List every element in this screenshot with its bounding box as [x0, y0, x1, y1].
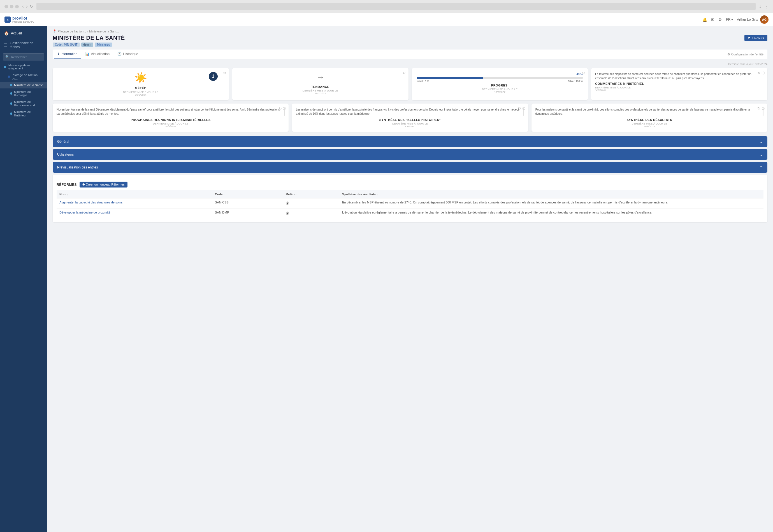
browser-dot-green	[15, 5, 19, 8]
my-assignments-label: Mes assignations uniquement	[8, 64, 43, 70]
menu-icon[interactable]: ⋮	[764, 4, 769, 9]
sidebar-item-economie[interactable]: Ministère de l'Économie et d...	[0, 99, 47, 109]
language-selector[interactable]: FR ▾	[726, 18, 733, 22]
back-button[interactable]: ‹	[22, 4, 24, 10]
card-progres-subtitle: DERNIÈRE MISE À JOUR LE	[482, 88, 517, 91]
address-bar[interactable]	[36, 3, 756, 10]
card-belles-inner: Les maisons de santé ont permis d'amélio…	[296, 107, 524, 116]
accordion-entites-header[interactable]: Prévisualisation des entités ⌃	[53, 162, 767, 173]
col-code-header[interactable]: Code ↕	[212, 190, 283, 198]
sidebar-item-economie-label: Ministère de l'Économie et d...	[14, 100, 43, 107]
accordion-utilisateurs-header[interactable]: Utilisateurs ⌄	[53, 149, 767, 160]
app-layout: 🏠 Accueil ☰ Gestionnaire de tâches 🔍 Mes…	[0, 26, 773, 532]
tab-historique-label: Historique	[123, 52, 138, 56]
config-link[interactable]: ⚙ Configuration de l'entité	[725, 50, 766, 59]
sidebar-item-sante[interactable]: Ministère de la Santé	[0, 82, 47, 88]
card-meteo-content: ☀️ MÉTÉO DERNIÈRE MISE À JOUR LE 30/6/20…	[57, 72, 225, 96]
row2-nom-link[interactable]: Développer la médecine de proximité	[59, 211, 110, 214]
my-assignments-dot	[4, 66, 6, 68]
browser-nav[interactable]: ‹ › ↻	[22, 4, 33, 10]
sidebar-item-pilotage[interactable]: Pilotage de l'action pu...	[0, 72, 47, 82]
tab-information[interactable]: ℹ Information	[54, 50, 81, 59]
col-meteo-sort[interactable]: ↕	[295, 193, 297, 196]
mail-icon[interactable]: ✉	[711, 17, 714, 22]
row2-sun-icon: ☀	[286, 211, 290, 216]
sidebar-item-ecologie[interactable]: Ministère de l'Écologie	[0, 88, 47, 99]
col-synth-header[interactable]: Synthèse des résultats ↕	[339, 190, 763, 198]
reforms-table: Nom ↕ Code ↕ Météo ↕	[57, 190, 763, 218]
table-body: Augmenter la capacité des structures de …	[57, 198, 763, 219]
search-icon: 🔍	[5, 55, 9, 59]
sidebar-item-ecologie-label: Ministère de l'Écologie	[14, 90, 43, 97]
card-reunions-title: PROCHAINES RÉUNIONS INTER-MINISTÉRIELLES	[57, 118, 285, 121]
card-reunions-text-section: Novembre: Assises de la santé Décembre: …	[57, 107, 282, 116]
tag-code: Code : MIN-SANT	[53, 43, 80, 47]
col-synth-sort[interactable]: ↕	[377, 193, 378, 196]
card-progres-refresh[interactable]: ↻	[582, 71, 585, 75]
row2-synth: L'évolution législative et réglementaire…	[339, 208, 763, 219]
page-title: MINISTÈRE DE LA SANTÉ	[53, 35, 125, 41]
logo-icon: p	[4, 17, 11, 23]
accordion-entites: Prévisualisation des entités ⌃	[53, 162, 767, 173]
sidebar-item-gestionnaire[interactable]: ☰ Gestionnaire de tâches	[0, 38, 47, 52]
create-button[interactable]: ✚ Créer un nouveau Réformes	[80, 182, 127, 188]
progress-initial: Initial : 0 %	[417, 80, 429, 83]
config-label: Configuration de l'entité	[731, 53, 763, 56]
breadcrumb-part1[interactable]: Pilotage de l'action...	[58, 30, 86, 33]
card-commentaires-refresh[interactable]: ↻ ⬡	[757, 71, 765, 75]
search-box[interactable]: 🔍	[3, 53, 44, 60]
sidebar-item-accueil[interactable]: 🏠 Accueil	[0, 28, 47, 38]
user-menu[interactable]: Arthur Le Grix AG	[737, 15, 769, 24]
row1-nom-link[interactable]: Augmenter la capacité des structures de …	[59, 201, 123, 204]
bell-icon[interactable]: 🔔	[702, 17, 707, 22]
accordion-general: Général ⌄	[53, 136, 767, 147]
card-tendance: ↻ → TENDANCE DERNIÈRE MISE À JOUR LE 28/…	[232, 68, 408, 100]
table-section: RÉFORMES ✚ Créer un nouveau Réformes Nom…	[57, 182, 763, 218]
card-resultats-subtitle: DERNIÈRE MISE À JOUR LE	[535, 122, 763, 125]
accordion-general-header[interactable]: Général ⌄	[53, 136, 767, 147]
card-belles-histoires: ↻ ⬡ Les maisons de santé ont permis d'am…	[292, 104, 528, 132]
card-meteo-refresh[interactable]: ↻	[223, 71, 226, 75]
card-resultats-title: SYNTHÈSE DES RÉSULTATS	[535, 118, 763, 121]
browser-dots	[4, 5, 19, 8]
link-icon: ⬡	[762, 71, 765, 75]
progress-label: 40 %	[417, 73, 583, 76]
row2-nom: Développer la médecine de proximité	[57, 208, 212, 219]
col-meteo-header[interactable]: Météo ↕	[283, 190, 339, 198]
col-nom-sort[interactable]: ↕	[67, 193, 69, 196]
chart-icon: 📊	[85, 52, 89, 56]
tab-visualisation[interactable]: 📊 Visualisation	[81, 50, 113, 59]
sidebar-my-assignments[interactable]: Mes assignations uniquement	[0, 62, 47, 72]
sidebar-item-accueil-label: Accueil	[11, 31, 22, 35]
col-nom-header[interactable]: Nom ↕	[57, 190, 212, 198]
card-belles-title: SYNTHÈSE DES "BELLES HISTOIRES"	[296, 118, 524, 121]
card-reunions-refresh[interactable]: ↻ ⬡	[279, 106, 286, 111]
search-input[interactable]	[11, 55, 42, 59]
card-commentaires: ↻ ⬡ La réforme des dispositifs de santé …	[591, 68, 767, 100]
refresh-button[interactable]: ↻	[30, 4, 33, 9]
pilotage-dot	[8, 76, 10, 78]
card-commentaires-title: COMMENTAIRES MINISTÉRIEL	[595, 82, 644, 85]
status-button[interactable]: ⚑ En cours	[744, 35, 767, 41]
svg-text:p: p	[7, 18, 9, 22]
tab-historique[interactable]: 🕐 Historique	[113, 50, 142, 59]
accordion-entites-label: Prévisualisation des entités	[57, 165, 98, 169]
breadcrumb-part2[interactable]: Ministère de la Sant...	[89, 30, 119, 33]
language-label: FR	[726, 18, 730, 22]
sidebar-item-interieur[interactable]: Ministère de l'Intérieur	[0, 109, 47, 119]
sidebar: 🏠 Accueil ☰ Gestionnaire de tâches 🔍 Mes…	[0, 26, 47, 532]
card-belles-refresh[interactable]: ↻ ⬡	[518, 106, 525, 111]
logo-sub: Propulsé par IFAP0	[12, 20, 34, 23]
card-belles-text-section: Les maisons de santé ont permis d'amélio…	[296, 107, 521, 116]
row1-sun-icon: ☀	[286, 201, 290, 206]
gear-icon[interactable]: ⚙	[718, 17, 722, 22]
forward-button[interactable]: ›	[26, 4, 28, 10]
browser-actions: ↓ ⋮	[759, 4, 769, 9]
card-meteo-title: MÉTÉO	[135, 86, 147, 90]
cards-row1: ↻ 1 ☀️ MÉTÉO DERNIÈRE MISE À JOUR LE 30/…	[53, 68, 767, 100]
card-resultats-refresh[interactable]: ↻ ⬡	[757, 106, 765, 111]
table-header-row: Nom ↕ Code ↕ Météo ↕	[57, 190, 763, 198]
col-code-sort[interactable]: ↕	[224, 193, 225, 196]
economie-dot	[10, 102, 12, 105]
card-tendance-refresh[interactable]: ↻	[403, 71, 406, 75]
